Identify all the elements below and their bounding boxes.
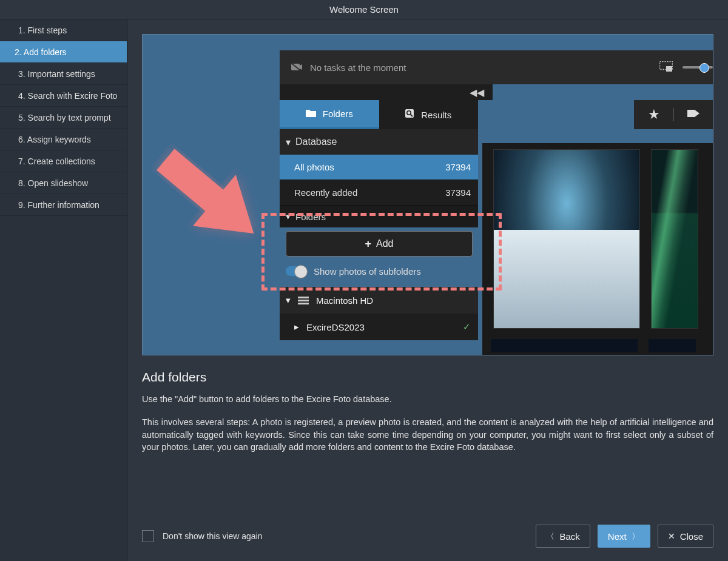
- article-paragraph-1: Use the "Add" button to add folders to t…: [142, 394, 713, 404]
- screenshot-add-button: + Add: [286, 231, 473, 257]
- article-title: Add folders: [142, 370, 713, 385]
- caret-down-icon: ▾: [286, 211, 291, 222]
- window-title-text: Welcome Screen: [329, 4, 399, 15]
- screenshot-drive-row: ▾ Macintosh HD: [280, 287, 478, 314]
- screenshot-thumb-1: [493, 149, 640, 329]
- sidebar-item-search-text[interactable]: 5. Search by text prompt: [0, 107, 127, 129]
- screenshot-toolbar-right: ★: [634, 100, 713, 129]
- steps-sidebar: 1. First steps 2. Add folders 3. Importa…: [0, 19, 127, 561]
- screenshot-db-rows: All photos 37394 Recently added 37394: [280, 155, 478, 206]
- screenshot-row-recently: Recently added 37394: [280, 180, 478, 206]
- svg-marker-11: [193, 175, 275, 259]
- search-icon: [405, 109, 415, 121]
- svg-marker-1: [300, 64, 302, 70]
- svg-rect-8: [157, 149, 226, 213]
- dont-show-checkbox[interactable]: [142, 530, 154, 542]
- chevron-right-icon: 〉: [632, 532, 640, 540]
- sidebar-item-assign-keywords[interactable]: 6. Assign keywords: [0, 129, 127, 150]
- sidebar-item-create-collections[interactable]: 7. Create collections: [0, 150, 127, 172]
- screenshot-rewind-bar: ◀◀: [280, 84, 493, 100]
- tutorial-arrow-icon: [143, 126, 276, 259]
- rewind-icon: ◀◀: [470, 87, 484, 98]
- svg-marker-10: [193, 175, 275, 259]
- check-icon: ✓: [463, 321, 471, 332]
- sidebar-item-open-slideshow[interactable]: 8. Open slideshow: [0, 172, 127, 194]
- dont-show-label: Don't show this view again: [163, 531, 263, 541]
- next-button[interactable]: Next 〉: [598, 525, 650, 548]
- caret-down-icon: ▾: [286, 136, 291, 148]
- chevron-left-icon: 〈: [546, 532, 554, 540]
- content-area: No tasks at the moment ◀◀ Folders: [127, 19, 728, 561]
- sidebar-item-add-folders[interactable]: 2. Add folders: [0, 41, 127, 63]
- article-paragraph-2: This involves several steps: A photo is …: [142, 416, 713, 454]
- sidebar-item-first-steps[interactable]: 1. First steps: [0, 19, 127, 41]
- close-button[interactable]: ✕ Close: [658, 525, 713, 548]
- back-button[interactable]: 〈 Back: [536, 525, 590, 548]
- sidebar-item-important-settings[interactable]: 3. Important settings: [0, 63, 127, 85]
- footer: Don't show this view again 〈 Back Next 〉…: [142, 519, 713, 554]
- screenshot-tabbar: Folders Results: [280, 100, 478, 129]
- folder-icon: [306, 109, 317, 119]
- zoom-slider: [682, 66, 713, 69]
- screenshot-thumbnails: [482, 143, 713, 355]
- window-title: Welcome Screen: [0, 0, 728, 19]
- plus-icon: +: [365, 238, 372, 250]
- screenshot-folder-row: ▸ ExcireDS2023 ✓: [280, 314, 478, 340]
- screenshot-tab-results: Results: [379, 100, 479, 129]
- screenshot-row-allphotos: All photos 37394: [280, 155, 478, 180]
- close-icon: ✕: [668, 532, 675, 540]
- tag-icon: [687, 109, 699, 121]
- caret-down-icon: ▾: [286, 295, 291, 306]
- screenshot-folders-header: ▾ Folders: [280, 206, 478, 227]
- status-text: No tasks at the moment: [310, 62, 406, 73]
- star-icon: ★: [648, 107, 660, 123]
- caret-right-icon: ▸: [294, 321, 299, 332]
- screenshot-thumb-row2: [491, 339, 713, 352]
- svg-rect-4: [666, 66, 672, 72]
- toggle-icon: [286, 266, 306, 276]
- tutorial-screenshot: No tasks at the moment ◀◀ Folders: [142, 34, 713, 355]
- svg-rect-9: [157, 149, 226, 213]
- sidebar-item-further-info[interactable]: 9. Further information: [0, 194, 127, 216]
- screenshot-statusbar: No tasks at the moment: [280, 50, 713, 84]
- separator: [673, 108, 674, 121]
- screenshot-thumb-2: [651, 149, 698, 329]
- sidebar-item-search-excire[interactable]: 4. Search with Excire Foto: [0, 85, 127, 107]
- drive-icon: [298, 297, 309, 304]
- camera-off-icon: [291, 62, 303, 73]
- screenshot-tab-folders: Folders: [280, 100, 379, 129]
- selection-icon: [659, 61, 673, 74]
- screenshot-subfolders-toggle: Show photos of subfolders: [286, 263, 473, 280]
- screenshot-database-header: ▾ Database: [280, 129, 478, 155]
